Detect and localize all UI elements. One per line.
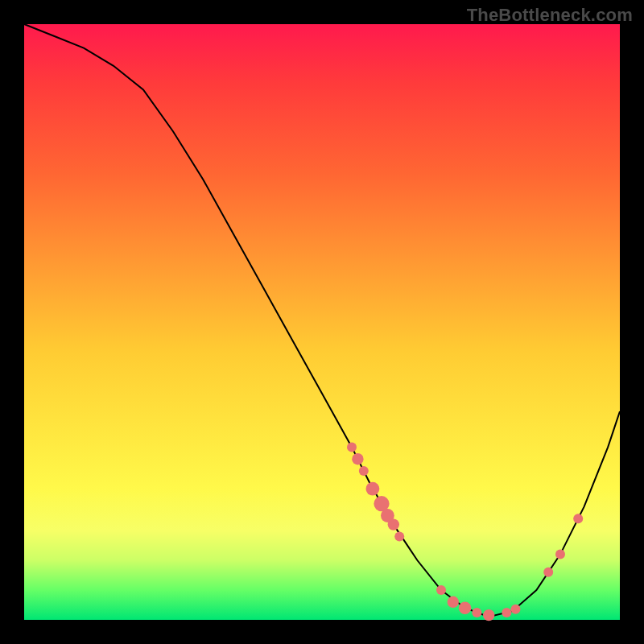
curve-marker (436, 585, 446, 595)
curve-marker (573, 514, 583, 523)
curve-marker (388, 518, 399, 530)
curve-marker (483, 609, 494, 621)
curve-marker (394, 531, 404, 541)
curve-marker (555, 550, 565, 559)
curve-marker (347, 442, 357, 452)
curve-marker (511, 605, 521, 614)
curve-marker (366, 482, 380, 496)
curve-marker (448, 597, 459, 608)
curve-marker (472, 608, 481, 617)
bottleneck-chart (24, 24, 620, 620)
curve-marker (359, 466, 369, 476)
watermark-text: TheBottleneck.com (467, 5, 633, 26)
curve-marker (543, 568, 553, 577)
curve-marker (459, 601, 472, 614)
curve-marker (502, 608, 511, 617)
curve-markers (347, 442, 583, 621)
curve-marker (352, 453, 363, 464)
bottleneck-curve (24, 24, 620, 617)
